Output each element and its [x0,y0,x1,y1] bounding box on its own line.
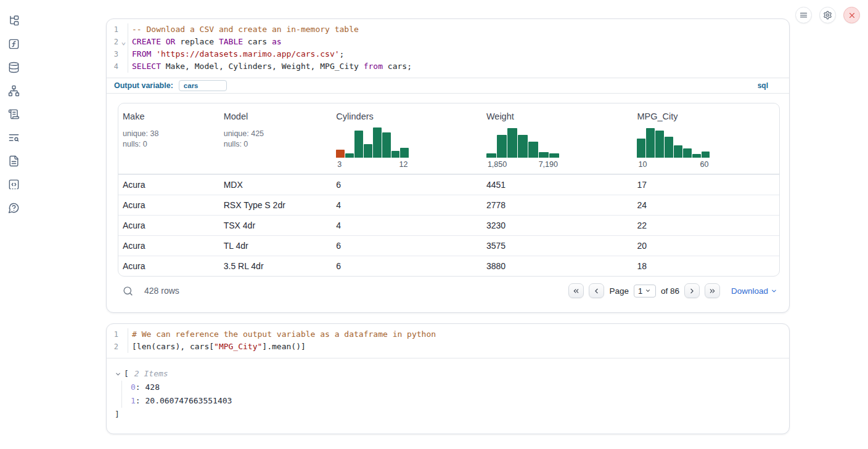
code-text: FROM 'https://datasets.marimo.app/cars.c… [128,48,344,60]
python-cell-output: [ 2 Items 0: 428 1: 20.060747663551403 ] [107,358,789,434]
weight-histogram: 1,850 7,190 [486,126,559,169]
histogram-bar [400,148,409,158]
chevron-left-icon [592,287,600,295]
list-entries: 0: 428 1: 20.060747663551403 [121,381,789,408]
notebook-main: 1 -- Download a CSV and create an in-mem… [106,18,790,434]
fold-chevron-icon[interactable]: ⌄ [120,36,128,48]
snippets-code-icon[interactable] [7,177,20,191]
chevron-down-icon [645,288,651,294]
help-chat-icon[interactable] [7,201,20,214]
close-bracket: ] [107,408,789,421]
histogram-bar [518,135,528,158]
sql-code-editor[interactable]: 1 -- Download a CSV and create an in-mem… [107,19,789,78]
previous-page-button[interactable] [589,283,604,298]
table-row: Acura TSX 4dr 4 3230 22 [118,215,779,235]
histogram-bar [539,152,549,158]
histogram-axis: 1,850 7,190 [486,160,559,169]
next-page-button[interactable] [684,283,700,298]
items-count-label: 2 Items [134,367,168,381]
column-stats: unique: 425 nulls: 0 [224,129,332,149]
histogram-bar [692,154,701,158]
chevrons-right-icon [708,287,716,295]
gear-icon [823,10,832,20]
histogram-bar [646,128,655,158]
histogram-bar [507,128,517,158]
column-header-weight[interactable]: Weight 1,850 7,190 [482,111,633,169]
histogram-bar [683,148,692,158]
line-number: 2 [107,36,120,48]
code-text: -- Download a CSV and create an in-memor… [128,23,359,36]
dependency-graph-icon[interactable] [7,84,20,97]
table-row: Acura 3.5 RL 4dr 6 3880 18 [118,256,779,276]
code-line: 1 # We can reference the output variable… [107,328,789,341]
column-stats: unique: 38 nulls: 0 [123,129,219,149]
column-header-model[interactable]: Model unique: 425 nulls: 0 [219,111,332,169]
chevrons-left-icon [572,287,580,295]
database-icon[interactable] [7,60,20,74]
histogram-axis: 10 60 [637,160,710,169]
table-row: Acura MDX 6 4451 17 [118,174,779,195]
cylinders-histogram: 3 12 [336,126,409,169]
chevron-down-icon [771,288,777,294]
code-line: 2 [len(cars), cars["MPG_City"].mean()] [107,341,789,353]
code-line: 3 FROM 'https://datasets.marimo.app/cars… [107,48,789,60]
data-table: Make unique: 38 nulls: 0 Model unique: 4… [118,103,780,277]
histogram-bar [665,137,673,158]
page-total-label: of 86 [661,286,679,296]
line-number: 1 [107,23,120,36]
shutdown-x-icon [848,11,856,20]
output-variable-input[interactable] [179,80,227,91]
menu-icon [799,10,808,20]
code-line: 1 -- Download a CSV and create an in-mem… [107,23,789,36]
text-search-icon[interactable] [7,131,20,144]
sql-cell: 1 -- Download a CSV and create an in-mem… [106,18,790,313]
python-code-editor[interactable]: 1 # We can reference the output variable… [107,324,789,358]
first-page-button[interactable] [568,283,584,298]
histogram-bar [354,131,363,158]
code-text: [len(cars), cars["MPG_City"].mean()] [128,341,306,353]
column-header-mpg-city[interactable]: MPG_City 10 60 [633,111,779,169]
left-panel-sidebar [0,0,27,449]
row-count: 428 rows [144,286,179,296]
open-bracket: [ [124,367,129,381]
document-icon[interactable] [7,154,20,168]
function-square-icon[interactable] [7,37,20,51]
menu-button[interactable] [795,7,812,23]
mpg-city-histogram: 10 60 [637,126,710,169]
shutdown-button[interactable] [843,7,860,23]
histogram-bar [655,131,664,158]
table-row: Acura TL 4dr 6 3575 20 [118,235,779,256]
histogram-bar [345,153,354,158]
histogram-bar [497,135,507,158]
column-header-cylinders[interactable]: Cylinders 3 12 [332,111,482,169]
list-output-header: [ 2 Items [107,367,789,381]
output-variable-bar: Output variable: sql [107,78,789,94]
table-header-row: Make unique: 38 nulls: 0 Model unique: 4… [118,103,779,174]
histogram-bar [637,139,645,158]
column-header-make[interactable]: Make unique: 38 nulls: 0 [118,111,219,169]
code-text: CREATE OR replace TABLE cars as [128,36,282,48]
collapse-chevron-icon[interactable] [115,371,121,378]
line-number: 3 [107,48,120,60]
histogram-bar [549,153,559,158]
table-footer: 428 rows Page 1 of 86 [118,280,779,301]
histogram-bar [382,132,391,158]
histogram-bar [486,153,496,158]
chevron-right-icon [688,287,696,295]
language-badge: sql [758,81,768,90]
last-page-button[interactable] [705,283,720,298]
line-number: 1 [107,328,120,341]
scroll-logs-icon[interactable] [7,107,20,121]
line-number: 4 [107,60,120,73]
line-number: 2 [107,341,120,353]
list-entry: 1: 20.060747663551403 [131,394,789,408]
search-icon[interactable] [123,286,133,296]
settings-button[interactable] [819,7,836,23]
page-select[interactable]: 1 [634,285,656,297]
file-tree-icon[interactable] [7,14,20,27]
histogram-bar [336,150,345,158]
python-cell: 1 # We can reference the output variable… [106,323,790,434]
histogram-bar [373,127,382,158]
download-button[interactable]: Download [731,286,777,296]
top-right-controls [795,7,860,23]
